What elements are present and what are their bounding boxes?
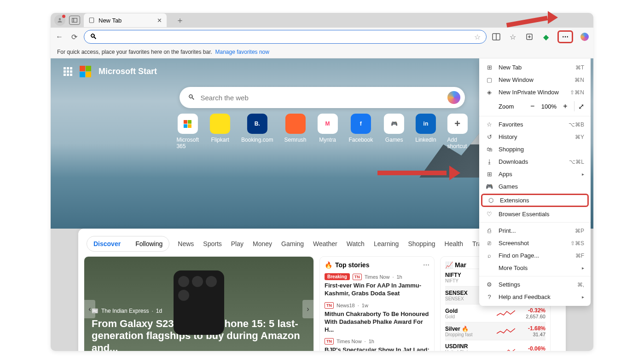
prev-arrow-icon[interactable]: ‹ <box>84 300 95 318</box>
menu-item-label: Browser Essentials <box>499 211 550 218</box>
shortcut-icon: f <box>351 114 371 134</box>
category-play[interactable]: Play <box>231 240 244 247</box>
feed-mode-pill: Discover Following <box>87 236 169 252</box>
tab-following[interactable]: Following <box>131 238 167 249</box>
close-tab-icon[interactable]: ✕ <box>157 17 162 24</box>
story-item[interactable]: TNNews18 · 1wMithun Chakraborty To Be Ho… <box>325 302 429 334</box>
menu-shortcut: ⌘F <box>575 253 584 259</box>
new-tab-button[interactable]: ＋ <box>170 15 190 26</box>
browser-tab[interactable]: New Tab ✕ <box>84 13 167 27</box>
category-money[interactable]: Money <box>253 240 272 247</box>
fullscreen-icon[interactable]: ⤢ <box>574 101 584 111</box>
split-screen-icon[interactable] <box>491 32 501 42</box>
chevron-right-icon: ▸ <box>582 172 584 177</box>
menu-item-downloads[interactable]: ⭳Downloads⌥⌘L <box>479 155 591 168</box>
menu-item-favorites[interactable]: ☆Favorites⌥⌘B <box>479 118 591 131</box>
category-weather[interactable]: Weather <box>313 240 337 247</box>
shortcut-bk[interactable]: B.Booking.com <box>241 114 273 149</box>
menu-shortcut: ⌘, <box>577 282 584 288</box>
shortcut-label: LinkedIn <box>415 137 436 143</box>
breaking-badge: Breaking <box>325 273 350 280</box>
manage-favorites-link[interactable]: Manage favorites now <box>215 49 269 55</box>
menu-separator <box>479 116 591 116</box>
collections-icon[interactable] <box>524 32 534 42</box>
category-news[interactable]: News <box>178 240 194 247</box>
chevron-right-icon: ▸ <box>582 265 584 270</box>
url-input[interactable] <box>101 33 470 40</box>
next-arrow-icon[interactable]: › <box>302 300 313 318</box>
market-row[interactable]: USD/INRUnited States Dollar/Indian Ru...… <box>445 340 545 351</box>
menu-item-more-tools[interactable]: More Tools▸ <box>479 262 591 274</box>
more-menu-button[interactable]: ⋯ <box>557 30 573 43</box>
favorites-icon[interactable]: ☆ <box>508 32 518 42</box>
category-sports[interactable]: Sports <box>203 240 221 247</box>
menu-item-label: Find on Page... <box>499 252 539 259</box>
shortcut-add[interactable]: +Add shortcut <box>447 114 468 149</box>
menu-item-label: Settings <box>499 281 520 288</box>
story-title: First-ever Win For AAP In Jammu-Kashmir,… <box>325 282 429 298</box>
menu-item-label: History <box>499 133 517 140</box>
story-item[interactable]: BreakingTNTimes Now · 1hFirst-ever Win F… <box>325 273 429 298</box>
shortcut-sr[interactable]: Semrush <box>284 114 306 149</box>
tab-discover[interactable]: Discover <box>89 238 125 249</box>
refresh-button[interactable]: ⟳ <box>69 32 79 42</box>
copilot-icon[interactable] <box>580 32 590 42</box>
menu-item-history[interactable]: ↺History⌘Y <box>479 131 591 143</box>
top-stories-heading: Top stories <box>335 261 369 269</box>
category-gaming[interactable]: Gaming <box>281 240 304 247</box>
web-search-bar[interactable]: 🔍︎ <box>180 87 465 108</box>
back-button[interactable]: ← <box>54 32 64 42</box>
category-shopping[interactable]: Shopping <box>408 240 435 247</box>
menu-item-settings[interactable]: ⚙Settings⌘, <box>479 278 591 291</box>
menu-item-print-[interactable]: ⎙Print...⌘P <box>479 224 591 237</box>
menu-item-help-and-feedback[interactable]: ?Help and Feedback▸ <box>479 291 591 303</box>
category-health[interactable]: Health <box>445 240 463 247</box>
shortcut-icon: + <box>447 114 468 134</box>
app-launcher-icon[interactable] <box>64 67 72 76</box>
top-stories-more-icon[interactable]: ⋯ <box>423 261 429 269</box>
shortcut-m365[interactable]: Microsoft 365 <box>176 114 199 149</box>
menu-item-new-window[interactable]: ▢New Window⌘N <box>479 74 591 86</box>
menu-item-games[interactable]: 🎮Games <box>479 180 591 193</box>
story-item[interactable]: TNTimes Now · 1hBJP's Spectacular Show I… <box>325 338 429 351</box>
address-bar[interactable]: 🔍︎ ☆ <box>84 30 487 44</box>
svg-point-0 <box>59 18 61 20</box>
menu-item-apps[interactable]: ⊞Apps▸ <box>479 168 591 180</box>
web-search-input[interactable] <box>201 94 442 102</box>
favorite-star-icon[interactable]: ☆ <box>474 33 481 41</box>
menu-item-shopping[interactable]: 🛍Shopping <box>479 143 591 155</box>
menu-item-new-tab[interactable]: ⊞New Tab⌘T <box>479 61 591 74</box>
shortcut-label: Facebook <box>349 137 373 143</box>
menu-item-icon: ⊞ <box>486 64 493 71</box>
shortcut-icon <box>285 114 305 134</box>
headline-card[interactable]: ‹ › 📰 The Indian Express · 1d From Galax… <box>84 256 314 351</box>
zoom-label: Zoom <box>486 103 514 110</box>
market-row[interactable]: Silver 🔥Dropping fast-1.68%31.47 <box>445 322 545 340</box>
shortcut-fk[interactable]: Flipkart <box>210 114 230 149</box>
sparkline-icon <box>497 327 515 336</box>
tab-actions-icon[interactable] <box>69 16 80 25</box>
menu-item-new-inprivate-window[interactable]: ◈New InPrivate Window⇧⌘N <box>479 86 591 98</box>
menu-item-label: Extensions <box>500 197 529 204</box>
search-icon: 🔍︎ <box>188 93 195 102</box>
zoom-out-button[interactable]: − <box>528 101 538 111</box>
market-row[interactable]: GoldGold-0.32%2,657.60 <box>445 304 545 322</box>
menu-item-find-on-page-[interactable]: ⌕Find on Page...⌘F <box>479 249 591 262</box>
extensions-shortcut-icon[interactable]: ◆ <box>541 32 551 42</box>
menu-zoom-row: Zoom−100%+⤢ <box>479 98 591 114</box>
shortcut-fb[interactable]: fFacebook <box>349 114 373 149</box>
category-watch[interactable]: Watch <box>347 240 365 247</box>
category-learning[interactable]: Learning <box>374 240 399 247</box>
zoom-in-button[interactable]: + <box>560 101 570 111</box>
copilot-search-icon[interactable] <box>447 91 460 104</box>
menu-item-label: Help and Feedback <box>499 293 551 300</box>
shortcut-gm[interactable]: 🎮Games <box>384 114 404 149</box>
menu-item-extensions[interactable]: ⬡Extensions <box>481 194 589 207</box>
profile-icon[interactable] <box>54 15 65 26</box>
shortcut-my[interactable]: MMyntra <box>318 114 338 149</box>
menu-item-screenshot[interactable]: ⎚Screenshot⇧⌘S <box>479 237 591 249</box>
menu-item-label: New Tab <box>499 64 522 71</box>
menu-item-label: New InPrivate Window <box>499 89 559 96</box>
menu-item-browser-essentials[interactable]: ♡Browser Essentials <box>479 208 591 220</box>
shortcut-li[interactable]: inLinkedIn <box>415 114 436 149</box>
